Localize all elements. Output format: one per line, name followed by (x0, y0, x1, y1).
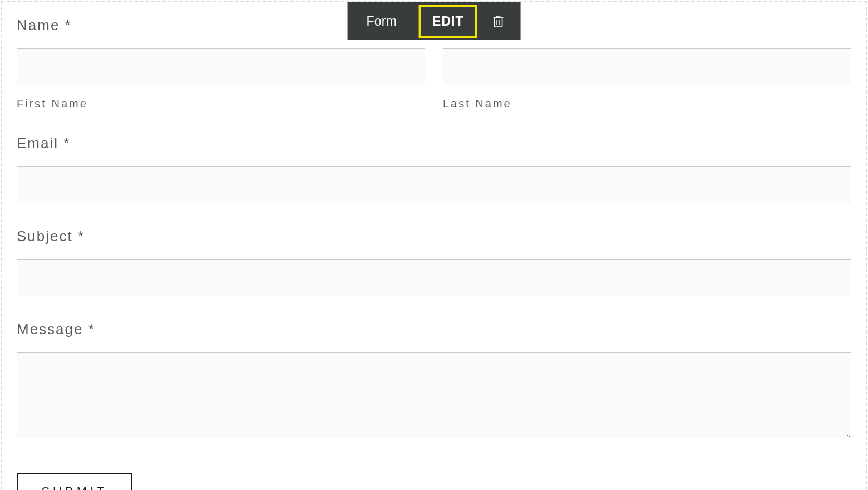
block-type-label: Form (348, 2, 416, 40)
email-input[interactable] (17, 166, 851, 203)
last-name-input[interactable] (443, 48, 851, 85)
svg-rect-0 (494, 18, 502, 27)
subject-input[interactable] (17, 259, 851, 296)
message-textarea[interactable] (17, 352, 851, 438)
first-name-input[interactable] (17, 48, 425, 85)
subject-group: Subject * (17, 228, 851, 296)
last-name-sublabel: Last Name (443, 97, 851, 110)
block-toolbar: Form EDIT (348, 2, 521, 40)
message-group: Message * (17, 321, 851, 440)
message-label: Message * (17, 321, 851, 338)
edit-button-wrap: EDIT (416, 2, 480, 40)
trash-icon (492, 14, 504, 28)
email-label: Email * (17, 135, 851, 152)
submit-button[interactable]: SUBMIT (17, 473, 132, 490)
delete-button[interactable] (480, 2, 520, 40)
first-name-sublabel: First Name (17, 97, 425, 110)
subject-label: Subject * (17, 228, 851, 245)
edit-button[interactable]: EDIT (419, 5, 477, 38)
form-canvas: Form EDIT Name * First Name (1, 1, 867, 490)
email-group: Email * (17, 135, 851, 203)
